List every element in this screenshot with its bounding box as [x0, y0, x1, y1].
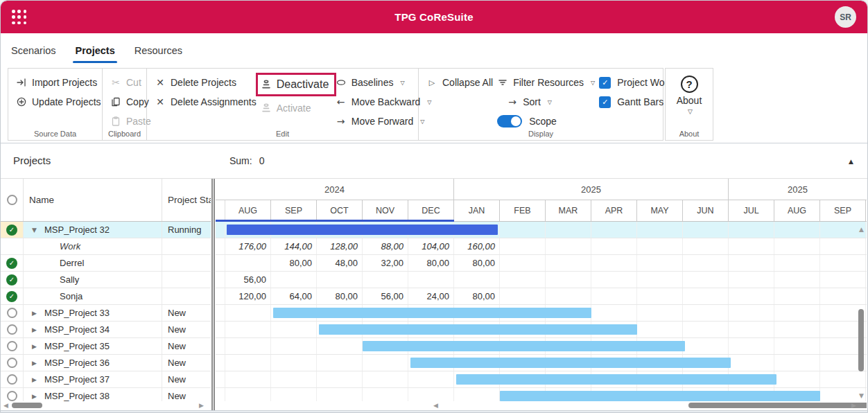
- row-select-cell[interactable]: ✓: [1, 222, 23, 238]
- expander-icon[interactable]: ▶: [32, 343, 44, 350]
- gantt-row[interactable]: [216, 371, 867, 388]
- scope-toggle[interactable]: [497, 115, 522, 128]
- row-select-cell[interactable]: [1, 388, 23, 401]
- resource-row[interactable]: ✓Derrel: [1, 255, 211, 272]
- scroll-thumb[interactable]: [12, 403, 42, 408]
- project-row[interactable]: ▶MSP_Project 34New: [1, 322, 211, 338]
- expander-icon[interactable]: ▶: [32, 376, 44, 383]
- row-radio[interactable]: [7, 358, 17, 368]
- gantt-row[interactable]: [216, 388, 867, 401]
- deactivate-label[interactable]: Deactivate: [277, 78, 329, 91]
- month-header-cell[interactable]: AUG: [225, 200, 271, 221]
- project-row[interactable]: ▶MSP_Project 35New: [1, 338, 211, 355]
- select-all-cell[interactable]: [1, 179, 23, 221]
- column-header-name[interactable]: Name: [23, 179, 162, 221]
- about-button[interactable]: About: [677, 95, 702, 106]
- month-header-cell[interactable]: DEC: [408, 200, 454, 221]
- gantt-row[interactable]: [216, 338, 867, 355]
- copy-button[interactable]: Copy: [108, 92, 142, 112]
- expander-icon[interactable]: ▶: [32, 393, 44, 400]
- gantt-row[interactable]: [216, 355, 867, 371]
- resource-row[interactable]: ✓Sally: [1, 272, 211, 288]
- row-radio[interactable]: [7, 308, 17, 318]
- gantt-row[interactable]: 176,00144,00128,0088,00104,00160,00: [216, 238, 867, 255]
- month-header-cell[interactable]: NOV: [363, 200, 408, 221]
- tab-resources[interactable]: Resources: [132, 33, 184, 68]
- gantt-row[interactable]: 56,00: [216, 272, 867, 288]
- scroll-left-icon[interactable]: ◀: [433, 402, 438, 409]
- month-header-cell[interactable]: SEP: [271, 200, 317, 221]
- month-header-cell[interactable]: JUL: [729, 200, 774, 221]
- paste-button[interactable]: Paste: [108, 112, 142, 131]
- scroll-thumb[interactable]: [858, 309, 864, 371]
- expander-icon[interactable]: ▶: [32, 326, 44, 333]
- scroll-thumb[interactable]: [688, 403, 867, 408]
- gantt-bar[interactable]: [410, 358, 731, 368]
- month-header-cell[interactable]: MAY: [637, 200, 683, 221]
- expander-icon[interactable]: ▼: [32, 227, 44, 234]
- month-header-cell[interactable]: JAN: [454, 200, 500, 221]
- gantt-bar[interactable]: [227, 225, 498, 235]
- scroll-left-icon[interactable]: ◀: [3, 402, 8, 409]
- horizontal-scrollbar-gantt[interactable]: ◀ ▶: [431, 401, 866, 410]
- month-header-cell[interactable]: MAR: [546, 200, 591, 221]
- collapse-all-button[interactable]: ▷ Collapse All: [424, 73, 495, 92]
- month-header-cell[interactable]: OCT: [317, 200, 363, 221]
- gantt-row[interactable]: 120,0064,0080,0056,0024,0080,00: [216, 288, 867, 305]
- tab-projects[interactable]: Projects: [73, 33, 116, 68]
- month-header-cell[interactable]: JUN: [683, 200, 729, 221]
- row-select-cell[interactable]: [1, 371, 23, 387]
- gantt-row[interactable]: [216, 222, 867, 238]
- month-header-cell[interactable]: AUG: [774, 200, 820, 221]
- row-radio[interactable]: [7, 341, 17, 351]
- row-radio[interactable]: [7, 374, 17, 385]
- activate-button[interactable]: Activate: [259, 98, 333, 118]
- expander-icon[interactable]: ▶: [32, 310, 44, 317]
- panel-collapse-button[interactable]: ▲: [849, 158, 853, 165]
- row-radio[interactable]: [7, 391, 17, 401]
- scroll-right-icon[interactable]: ▶: [851, 402, 856, 409]
- horizontal-scrollbar-table[interactable]: ◀ ▶: [1, 401, 211, 410]
- month-header-cell[interactable]: APR: [591, 200, 637, 221]
- project-work-checkbox[interactable]: ✓: [599, 77, 611, 89]
- resource-row[interactable]: ✓Sonja: [1, 288, 211, 305]
- scroll-up-icon[interactable]: ▲: [856, 226, 867, 233]
- filter-resources-button[interactable]: Filter Resources ▽: [495, 73, 597, 92]
- select-all-radio[interactable]: [7, 195, 17, 205]
- question-icon[interactable]: ?: [681, 76, 698, 93]
- month-header-cell[interactable]: FEB: [500, 200, 546, 221]
- column-header-status[interactable]: Project Sta: [162, 179, 211, 221]
- import-projects-button[interactable]: Import Projects: [14, 73, 98, 92]
- gantt-row[interactable]: [216, 322, 867, 338]
- user-avatar[interactable]: SR: [835, 6, 856, 28]
- pane-splitter[interactable]: [211, 179, 216, 410]
- row-select-cell[interactable]: [1, 355, 23, 371]
- gantt-bar[interactable]: [363, 341, 685, 351]
- project-row[interactable]: ▶MSP_Project 38New: [1, 388, 211, 401]
- gantt-row[interactable]: 80,0048,0032,0080,0080,00: [216, 255, 867, 272]
- delete-projects-button[interactable]: ✕ Delete Projects: [153, 73, 259, 92]
- project-row[interactable]: ▶MSP_Project 37New: [1, 371, 211, 388]
- month-header-cell[interactable]: SEP: [820, 200, 866, 221]
- row-select-cell[interactable]: [1, 305, 23, 321]
- vertical-scrollbar-gantt[interactable]: ▲ ▼: [856, 225, 867, 401]
- expander-icon[interactable]: ▶: [32, 360, 44, 367]
- project-row[interactable]: ▶MSP_Project 36New: [1, 355, 211, 371]
- scroll-right-icon[interactable]: ▶: [199, 402, 204, 409]
- gantt-bar[interactable]: [319, 324, 637, 335]
- sort-button[interactable]: → Sort ▽: [505, 92, 597, 112]
- tab-scenarios[interactable]: Scenarios: [9, 33, 58, 68]
- project-row[interactable]: ▶MSP_Project 33New: [1, 305, 211, 322]
- gantt-row[interactable]: [216, 305, 867, 322]
- cut-button[interactable]: ✂ Cut: [108, 73, 142, 92]
- gantt-bars-checkbox[interactable]: ✓: [599, 96, 611, 108]
- gantt-bar[interactable]: [500, 391, 820, 401]
- update-projects-button[interactable]: Update Projects: [14, 92, 98, 112]
- project-row[interactable]: ✓▼MSP_Project 32Running: [1, 222, 211, 238]
- work-row[interactable]: Work: [1, 238, 211, 255]
- scroll-down-icon[interactable]: ▼: [856, 392, 867, 399]
- row-select-cell[interactable]: [1, 338, 23, 354]
- gantt-bar[interactable]: [456, 374, 776, 385]
- row-radio[interactable]: [7, 324, 17, 335]
- gantt-bar[interactable]: [273, 308, 591, 318]
